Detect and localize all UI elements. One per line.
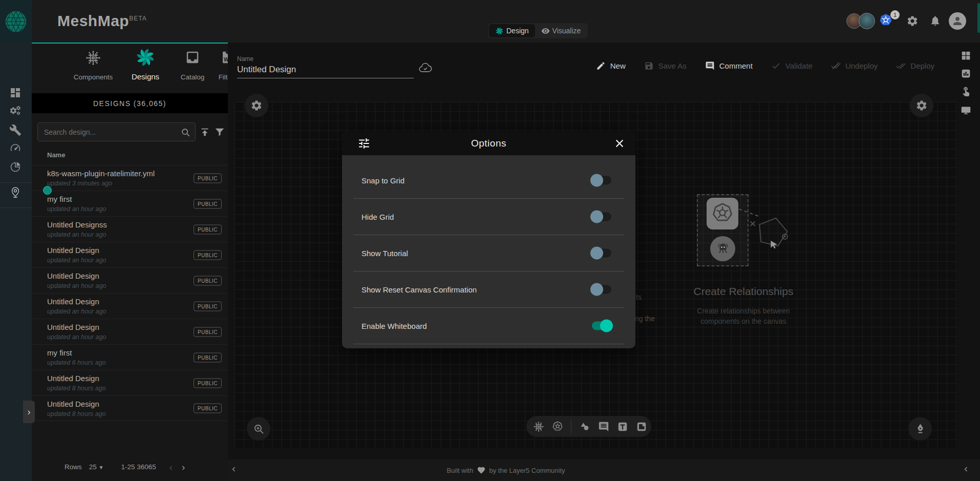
next-page-button[interactable]: › [182, 462, 185, 472]
lifecycle-gears-icon[interactable] [9, 105, 22, 117]
shapes-icon[interactable] [579, 421, 590, 432]
visibility-badge: PUBLIC [194, 276, 222, 285]
save-icon [644, 61, 654, 71]
visibility-badge: PUBLIC [194, 301, 222, 311]
pagination-range: 1-25 36065 [121, 463, 156, 471]
design-name: Untitled Designss [47, 220, 107, 229]
meshmap-pin-icon[interactable] [9, 186, 22, 199]
image-tool-icon[interactable] [636, 421, 647, 432]
tutorial-kubernetes-node [707, 198, 738, 229]
visibility-badge: PUBLIC [194, 199, 222, 208]
validate-button[interactable]: Validate [771, 61, 813, 71]
performance-gauge-icon[interactable] [9, 142, 22, 154]
tab-design-label: Design [506, 27, 529, 35]
list-item[interactable]: Untitled Designupdated an hour agoPUBLIC [32, 319, 228, 344]
undeploy-button[interactable]: Undeploy [831, 61, 878, 71]
comment-button[interactable]: Comment [705, 61, 753, 71]
close-icon[interactable] [614, 138, 625, 149]
collapse-right-chevron[interactable]: ‹ [964, 462, 968, 474]
tab-components[interactable]: Components [69, 45, 118, 88]
option-label: Enable Whiteboard [361, 322, 427, 330]
tab-visualize[interactable]: Visualize [535, 24, 587, 37]
canvas-settings-button[interactable] [245, 94, 268, 117]
tab-label: Components [69, 73, 118, 81]
visibility-badge: PUBLIC [194, 327, 222, 337]
layer5-logo[interactable] [0, 0, 32, 43]
pen-tool-button[interactable] [908, 417, 932, 441]
profile-avatar[interactable] [949, 12, 966, 30]
list-item[interactable]: my firstupdated an hour agoPUBLIC [32, 191, 228, 216]
enable-whiteboard-toggle[interactable] [592, 322, 611, 330]
option-label: Snap to Grid [361, 176, 404, 185]
settings-gear-icon[interactable] [906, 15, 919, 27]
hidden-card-fragment: ng the [635, 315, 655, 323]
canvas-config-button[interactable] [910, 94, 933, 117]
show-tutorial-toggle[interactable] [592, 249, 611, 258]
widgets-grid-icon[interactable] [961, 50, 971, 61]
kubernetes-mono-icon[interactable] [552, 421, 563, 432]
components-chip-icon[interactable] [533, 421, 544, 432]
list-item[interactable]: k8s-wasm-plugin-ratelimiter.ymlupdated 3… [32, 165, 228, 191]
list-item[interactable]: Untitled Designupdated 8 hours agoPUBLIC [32, 395, 228, 421]
search-box [37, 122, 196, 141]
bar-chart-icon[interactable] [961, 68, 971, 79]
right-drawer-handle[interactable] [977, 3, 980, 33]
gear-icon [250, 99, 263, 112]
header-bar: MeshMapBETA Design Visualize 1 [0, 0, 980, 43]
extensions-pie-icon[interactable] [9, 161, 22, 173]
monitor-icon[interactable] [961, 105, 971, 116]
deploy-button[interactable]: Deploy [896, 61, 934, 71]
zoom-in-button[interactable] [247, 417, 270, 441]
show-reset-canvas-confirmation-toggle[interactable] [592, 285, 611, 294]
list-item[interactable]: Untitled Designupdated an hour agoPUBLIC [32, 267, 228, 293]
modal-header: Options [342, 132, 635, 155]
hide-grid-toggle[interactable] [592, 213, 611, 221]
upload-icon[interactable] [199, 127, 210, 138]
design-name: my first [47, 195, 72, 203]
filter-funnel-icon[interactable] [214, 127, 225, 138]
designs-list: k8s-wasm-plugin-ratelimiter.ymlupdated 3… [32, 165, 228, 421]
design-updated: updated an hour ago [47, 333, 106, 341]
tutorial-title: Create Relationships [668, 285, 819, 298]
chevron-down-icon: ▼ [99, 465, 104, 470]
search-input[interactable] [43, 123, 176, 141]
visibility-badge: PUBLIC [194, 352, 222, 362]
tab-designs[interactable]: Designs [121, 45, 170, 88]
list-item[interactable]: my firstupdated 6 hours agoPUBLIC [32, 344, 228, 370]
configuration-tools-icon[interactable] [9, 124, 22, 136]
new-button[interactable]: New [596, 61, 626, 71]
app-title: MeshMapBETA [57, 12, 147, 30]
visibility-badge: PUBLIC [194, 378, 222, 388]
snap-to-grid-toggle[interactable] [592, 176, 611, 185]
rows-per-page-select[interactable]: 25 ▼ [89, 463, 104, 471]
collapse-left-chevron[interactable]: ‹ [232, 462, 236, 474]
collaborator-dot [43, 186, 52, 195]
panel-expander-button[interactable]: › [23, 401, 35, 423]
comment-icon [705, 61, 715, 71]
list-item[interactable]: Untitled Designupdated 8 hours agoPUBLIC [32, 370, 228, 395]
tab-label: Designs [121, 72, 170, 81]
save-as-button[interactable]: Save As [644, 61, 687, 71]
prev-page-button[interactable]: ‹ [169, 462, 173, 472]
tutorial-meshery-node [710, 236, 735, 261]
person-icon [951, 15, 964, 27]
touch-hand-icon[interactable] [961, 86, 971, 96]
meshmap-app: MeshMapBETA Design Visualize 1 [0, 0, 980, 481]
list-item[interactable]: Untitled Designupdated an hour agoPUBLIC [32, 242, 228, 267]
list-item[interactable]: Untitled Designupdated an hour agoPUBLIC [32, 293, 228, 319]
text-tool-icon[interactable] [617, 421, 628, 432]
design-name: Untitled Design [47, 323, 99, 331]
list-item[interactable]: Untitled Designssupdated an hour agoPUBL… [32, 216, 228, 242]
design-updated: updated an hour ago [47, 231, 106, 238]
cursor-icon [769, 240, 779, 250]
tab-design[interactable]: Design [489, 24, 535, 37]
notifications-bell-icon[interactable] [929, 15, 941, 27]
designs-panel: Components Designs Catalog Filters DESIG… [32, 43, 228, 481]
tab-catalog[interactable]: Catalog [168, 45, 217, 88]
dashboard-icon[interactable] [9, 87, 22, 99]
comment-icon[interactable] [598, 421, 609, 432]
pen-nib-icon [914, 423, 927, 435]
design-name-input[interactable] [237, 65, 414, 78]
collaborator-avatar-2[interactable] [859, 13, 875, 29]
tutorial-description: Create relationships betweencomponents o… [673, 306, 814, 326]
